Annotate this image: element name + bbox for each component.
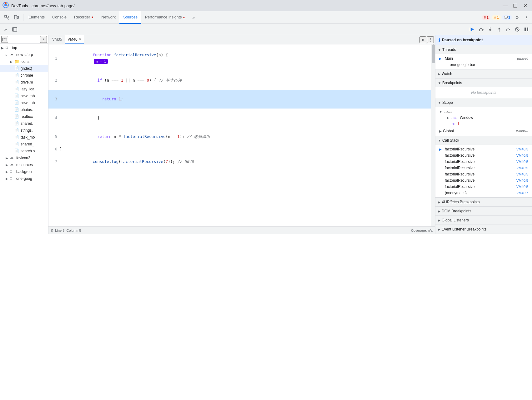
code-tab-vm35[interactable]: VM35 [50,35,64,44]
tree-item-photos[interactable]: 📄 photos. [0,106,48,113]
tree-item-icons[interactable]: ▶ 📁 icons [0,58,48,65]
thread-onegooglebar-label: one-google-bar [450,63,475,67]
thread-onegooglebar[interactable]: one-google-bar [435,62,532,68]
call-stack-item-1[interactable]: factorialRecursive VM40:5 [435,152,532,159]
code-scrollbar[interactable] [431,44,435,226]
warning-badge[interactable]: ⚠ 1 [492,15,501,20]
info-badge[interactable]: 💬 3 [502,15,512,20]
deactivate-button[interactable] [513,25,522,34]
dom-breakpoints-header[interactable]: ▶ DOM Breakpoints [435,207,532,215]
threads-header[interactable]: ▼ Threads [435,45,532,54]
tree-label-strings: strings. [21,128,33,133]
tree-label-lazyloa: lazy_loa [21,87,34,91]
code-content[interactable]: 1 function factorialRecursive(n) { n = 1… [48,44,431,226]
left-panel-more-button[interactable]: ⋮ [40,36,47,43]
watch-header[interactable]: ▶ Watch [435,69,532,78]
tree-item-shared-purple[interactable]: 📄 shared_ [0,141,48,148]
tree-item-strings[interactable]: 📄 strings. [0,127,48,134]
tabbar-right: ⊗ 1 ⚠ 1 💬 3 ⚙ ⋮ [481,13,531,22]
line-content-2: if (n === 1 || n === 0) { // 基本条件 [60,71,431,90]
tree-item-realbox[interactable]: 📄 realbox [0,113,48,120]
tree-arrow-backgrou: ▶ [6,170,10,174]
call-stack-item-4[interactable]: factorialRecursive VM40:5 [435,171,532,177]
file-icon-taskmo: 📄 [14,135,19,140]
more-panels-button[interactable]: » [1,25,10,34]
tree-item-taskmo[interactable]: 📄 task_mo [0,134,48,141]
svg-rect-2 [5,15,7,17]
call-stack-item-3[interactable]: factorialRecursive VM40:5 [435,165,532,171]
toggle-sidebar-button[interactable] [10,25,19,34]
tree-item-onegoog[interactable]: ▶ □ one-goog [0,175,48,182]
tree-item-lazyloa[interactable]: 📄 lazy_loa [0,86,48,93]
maximize-button[interactable]: ☐ [511,1,519,10]
close-button[interactable]: ✕ [521,1,529,10]
call-loc-7: VM40:7 [516,191,528,195]
tree-item-chrome[interactable]: 📄 chrome [0,72,48,79]
tree-arrow-favicon2: ▶ [6,156,10,160]
step-button[interactable] [504,25,513,34]
tree-item-favicon2[interactable]: ▶ ☁ favicon2 [0,154,48,161]
tree-item-search[interactable]: 📄 search.s [0,148,48,154]
step-over-button[interactable] [477,25,485,34]
call-stack-item-5[interactable]: factorialRecursive VM40:5 [435,177,532,184]
device-toggle-button[interactable] [12,13,21,22]
call-fn-4: factorialRecursive [445,172,474,176]
code-panel-more-button[interactable]: ⋮ [427,36,434,43]
pause-on-exception-button[interactable] [522,25,531,34]
call-stack-item-0[interactable]: ▶ factorialRecursive VM40:3 [435,146,532,152]
code-tab-vm40[interactable]: VM40 ✕ [65,35,83,44]
right-panel-scroll[interactable]: ▼ Threads ▶ Main paused one-google-bar [435,45,532,234]
global-listeners-header[interactable]: ▶ Global Listeners [435,216,532,225]
tree-item-index[interactable]: 📄 (index) [0,65,48,72]
scope-local-header[interactable]: ▼ Local [435,109,532,114]
right-panel: ℹ Paused on breakpoint ▼ Threads ▶ Main … [435,35,532,234]
tree-label-index: (index) [21,66,32,71]
tree-item-top[interactable]: ▶ □ top [0,44,48,51]
inspect-element-button[interactable] [3,13,11,22]
scope-local-arrow: ▼ [439,110,442,114]
tree-item-resources[interactable]: ▶ ☁ resources [0,161,48,168]
scope-header[interactable]: ▼ Scope [435,98,532,107]
xhr-breakpoints-header[interactable]: ▶ XHR/fetch Breakpoints [435,198,532,206]
call-stack-item-7[interactable]: (anonymous) VM40:7 [435,190,532,196]
tab-console[interactable]: Console [48,11,70,24]
tree-item-shared[interactable]: 📄 shared. [0,120,48,127]
call-stack-header[interactable]: ▼ Call Stack [435,136,532,145]
call-stack-label: Call Stack [442,138,459,143]
scope-local-label: Local [444,109,453,114]
navigate-to-file-button[interactable] [1,36,8,43]
call-stack-item-6[interactable]: factorialRecursive VM40:5 [435,184,532,190]
format-icon-button[interactable]: {} [51,229,53,232]
tab-network[interactable]: Network [98,11,119,24]
tree-item-newtab1[interactable]: 📄 new_tab [0,93,48,99]
tab-sources[interactable]: Sources [119,11,141,24]
scope-global-label: Global [443,129,454,133]
xhr-arrow: ▶ [438,200,440,204]
tree-label-photos: photos. [21,108,33,112]
more-options-button[interactable]: ⋮ [522,13,531,22]
call-stack-item-2[interactable]: factorialRecursive VM40:5 [435,159,532,165]
tree-item-drive[interactable]: 📄 drive.m [0,79,48,86]
resume-button[interactable] [468,25,476,34]
event-listeners-header[interactable]: ▶ Event Listener Breakpoints [435,225,532,234]
call-stack-arrow: ▼ [438,139,441,142]
close-tab-vm40[interactable]: ✕ [79,38,81,41]
code-panel-play-button[interactable]: ▶ [419,36,426,43]
scope-global-header[interactable]: ▶ Global Window [435,128,532,134]
scroll-thumb[interactable] [432,44,435,63]
tab-recorder[interactable]: Recorder ▲ [70,11,98,24]
tree-item-newtabp[interactable]: ▸ ☁ new-tab-p [0,51,48,58]
recorder-icon: ▲ [91,15,94,19]
step-into-button[interactable] [486,25,494,34]
tab-performance[interactable]: Performance insights ▲ [141,11,189,24]
breakpoints-header[interactable]: ▼ Breakpoints [435,78,532,87]
tab-elements[interactable]: Elements [25,11,48,24]
step-out-button[interactable] [495,25,504,34]
more-tabs-button[interactable]: » [189,13,198,22]
tree-item-newtab2[interactable]: 📄 new_tab [0,99,48,106]
thread-main[interactable]: ▶ Main paused [435,55,532,62]
settings-button[interactable]: ⚙ [513,13,521,22]
tree-item-backgrou[interactable]: ▶ □ backgrou [0,168,48,175]
error-badge[interactable]: ⊗ 1 [482,15,490,20]
minimize-button[interactable]: — [501,1,509,10]
